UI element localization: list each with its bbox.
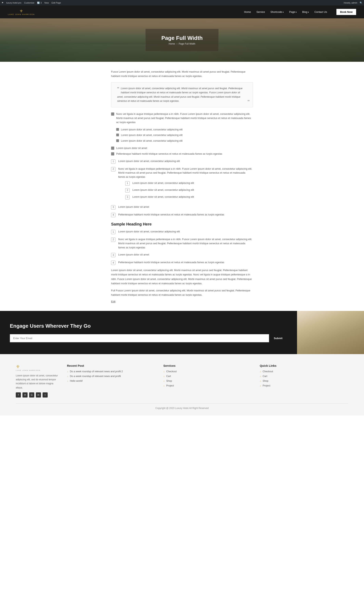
footer-social: f ℗ G in t (16, 392, 59, 398)
service-project[interactable]: Project (163, 384, 252, 387)
icon-sub-list: Lorem ipsum dolor sit amet, consectetur … (116, 128, 253, 143)
nav-contact[interactable]: Contact Us (314, 10, 327, 14)
footer-about-col: ⚜ LUKE JOHN HARRISON Lorem ipsum dolor s… (16, 364, 59, 398)
num-badge: 3 (125, 195, 130, 199)
num-badge: 3 (111, 253, 115, 257)
sub-numbered-list: 1 Lorem ipsum dolor sit amet, consectetu… (125, 181, 253, 199)
service-checkout[interactable]: Checkout (163, 370, 252, 373)
bottom-paragraph-2: Full Fusce Lorem ipsum dolor sit amet, c… (111, 288, 253, 297)
footer-bottom: Copyright @ 2023 Luxury Hotel.All Right … (16, 403, 348, 410)
admin-site-link[interactable]: luxury-hotel-pro (6, 2, 21, 4)
admin-bar: ⚑ luxury-hotel-pro Customize 🔄 3 New Edi… (0, 0, 364, 6)
numbered-item-2: 3 Lorem ipsum dolor sit amet (111, 253, 253, 257)
logo-icon: ⚜ (20, 9, 23, 14)
cta-email-input[interactable] (10, 334, 269, 342)
hero-banner: Page Full Width Home → Page Full Width (0, 18, 364, 62)
footer-grid: ⚜ LUKE JOHN HARRISON Lorem ipsum dolor s… (16, 364, 348, 398)
admin-edit-page[interactable]: Edit Page (52, 2, 61, 4)
numbered-list-1: 1 Lorem ipsum dolor sit amet, consectetu… (111, 159, 253, 217)
sample-heading: Sample Heading Here (111, 222, 253, 226)
cta-submit-button[interactable]: Submit (269, 334, 287, 342)
recent-post-item-1[interactable]: Do a week roundup of relevant news and p… (67, 370, 156, 373)
quick-link-cart[interactable]: Cart (260, 375, 348, 378)
num-badge: 4 (111, 213, 115, 217)
main-content: Fusce Lorem ipsum dolor sit amet, consec… (107, 70, 257, 303)
list-icon-small (116, 128, 119, 131)
hero-content: Page Full Width Home → Page Full Width (145, 29, 219, 51)
bottom-paragraph-1: Lorem ipsum dolor sit amet, consectetur … (111, 268, 253, 285)
room-image-bg (297, 311, 364, 354)
numbered-item: 1 Lorem ipsum dolor sit amet, consectetu… (111, 159, 253, 164)
hero-title: Page Full Width (161, 35, 203, 41)
service-shop[interactable]: Shop (163, 379, 252, 382)
quick-link-shop[interactable]: Shop (260, 379, 348, 382)
cta-left: Engage Users Wherever They Go Submit (0, 311, 297, 354)
num-badge: 2 (125, 188, 130, 193)
services-title: Services (163, 364, 252, 367)
social-linkedin[interactable]: in (36, 392, 41, 398)
blockquote-text: Lorem ipsum dolor sit amet, consectetur … (117, 86, 247, 103)
icon-list-intro-item: Nunc vel ligula in augue tristique pelle… (111, 112, 253, 124)
navbar: ⚜ LUKE JOHN HARRISON Home Service Shortc… (0, 6, 364, 18)
admin-howdy: Howdy, admin (344, 2, 357, 4)
site-logo[interactable]: ⚜ LUKE JOHN HARRISON (8, 9, 35, 15)
numbered-item-2: 4 Pellentesque habitant morbi tristique … (111, 260, 253, 265)
nav-shortcode[interactable]: Shortcode (270, 10, 284, 14)
num-badge: 1 (111, 230, 115, 234)
recent-post-title: Recent Post (67, 364, 156, 367)
footer-logo-icon: ⚜ (16, 364, 59, 370)
book-now-button[interactable]: Book Now (336, 9, 356, 15)
cta-title: Engage Users Wherever They Go (10, 323, 287, 330)
list-item: Lorem ipsum dolor sit amet, consectetur … (116, 128, 253, 132)
num-badge: 2 (111, 167, 115, 171)
recent-post-item-3[interactable]: Hello world! (67, 379, 156, 382)
social-twitter[interactable]: t (43, 392, 48, 398)
admin-search-icon[interactable]: 🔍 (360, 2, 362, 4)
icon-list-intro-text: Nunc vel ligula in augue tristique pelle… (116, 112, 253, 124)
admin-updates[interactable]: 🔄 3 (37, 2, 42, 4)
nav-blog[interactable]: Blog (302, 10, 309, 14)
admin-wp-icon[interactable]: ⚑ (2, 2, 4, 4)
admin-customize[interactable]: Customize (24, 2, 34, 4)
recent-post-item-2[interactable]: Do a week roundup of relevant news and p… (67, 375, 156, 378)
footer: ⚜ LUKE JOHN HARRISON Lorem ipsum dolor s… (0, 354, 364, 416)
social-facebook[interactable]: f (16, 392, 21, 398)
admin-new[interactable]: New (45, 2, 49, 4)
num-badge: 3 (111, 205, 115, 209)
nav-home[interactable]: Home (244, 10, 251, 14)
nav-page[interactable]: Page (289, 10, 297, 14)
list-icon-small (116, 134, 119, 136)
breadcrumb: Home → Page Full Width (161, 42, 203, 45)
footer-services-col: Services Checkout Cart Shop Project (163, 364, 252, 398)
edit-link[interactable]: Edit (111, 300, 115, 303)
cta-room-image (297, 311, 364, 354)
quick-link-checkout[interactable]: Checkout (260, 370, 348, 373)
sub-numbered-item: 2 Lorem ipsum dolor sit amet, consectetu… (125, 188, 253, 193)
quote-close-icon: " (247, 99, 250, 105)
list-item-2b: Pellentesque habitant morbi tristique se… (111, 152, 253, 156)
list-icon-small (116, 139, 119, 142)
list-item: Lorem ipsum dolor sit amet, consectetur … (116, 139, 253, 143)
list-icon (111, 147, 114, 150)
footer-about-text: Lorem ipsum dolor sit amet, consectetur … (16, 374, 59, 390)
footer-quick-links-col: Quick Links Checkout Cart Shop Project (260, 364, 348, 398)
num-badge: 1 (111, 159, 115, 164)
intro-paragraph: Fusce Lorem ipsum dolor sit amet, consec… (111, 70, 253, 78)
num-badge: 2 (111, 237, 115, 242)
social-google[interactable]: G (29, 392, 34, 398)
numbered-item-2: 1 Lorem ipsum dolor sit amet, consectetu… (111, 230, 253, 234)
numbered-item: 3 Lorem ipsum dolor sit amet (111, 205, 253, 209)
quick-links-title: Quick Links (260, 364, 348, 367)
nav-service[interactable]: Service (256, 10, 265, 14)
social-pinterest[interactable]: ℗ (22, 392, 28, 398)
list-icon (111, 152, 114, 155)
service-cart[interactable]: Cart (163, 375, 252, 378)
services-list: Checkout Cart Shop Project (163, 370, 252, 387)
quick-links-list: Checkout Cart Shop Project (260, 370, 348, 387)
quote-open-icon: " (117, 86, 119, 92)
quick-link-project[interactable]: Project (260, 384, 348, 387)
list-icon (111, 112, 114, 116)
numbered-item: 4 Pellentesque habitant morbi tristique … (111, 213, 253, 217)
copyright-text: Copyright @ 2023 Luxury Hotel.All Right … (156, 407, 208, 410)
icon-list-2: Lorem ipsum dolor sit amet Pellentesque … (111, 146, 253, 156)
